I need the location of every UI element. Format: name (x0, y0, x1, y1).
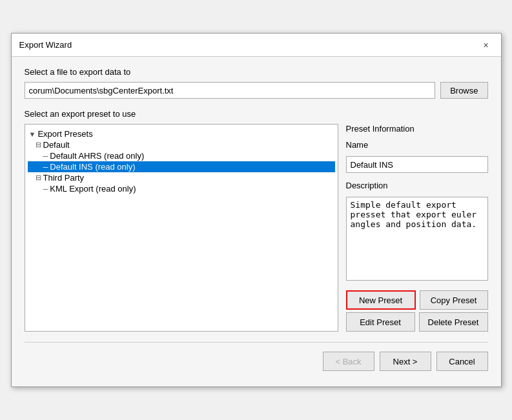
delete-preset-button[interactable]: Delete Preset (419, 312, 488, 332)
back-button[interactable]: < Back (323, 352, 374, 371)
tree-root[interactable]: ▼ Export Presets (28, 128, 335, 139)
description-label: Description (346, 181, 488, 190)
copy-preset-button[interactable]: Copy Preset (420, 290, 488, 310)
close-button[interactable]: × (479, 38, 493, 52)
new-preset-button[interactable]: New Preset (346, 290, 416, 310)
cancel-button[interactable]: Cancel (436, 352, 488, 371)
file-section-label: Select a file to export data to (25, 67, 488, 77)
dash-icon: ─ (43, 152, 48, 160)
preset-section-label: Select an export preset to use (25, 109, 488, 119)
title-bar: Export Wizard × (12, 34, 501, 57)
description-textarea[interactable]: Simple default export presset that expor… (346, 197, 488, 281)
footer-row: < Back Next > Cancel (25, 349, 488, 376)
export-wizard-dialog: Export Wizard × Select a file to export … (11, 33, 502, 387)
next-button[interactable]: Next > (380, 352, 431, 371)
description-wrapper: Simple default export presset that expor… (346, 197, 488, 283)
tree-item-default-ins[interactable]: ─ Default INS (read only) (28, 161, 335, 172)
dialog-title: Export Wizard (19, 40, 72, 50)
tree-item-third-party[interactable]: ⊟ Third Party (28, 172, 335, 183)
tree-item-default-ahrs[interactable]: ─ Default AHRS (read only) (28, 150, 335, 161)
preset-btn-row-1: New Preset Copy Preset (346, 290, 488, 310)
tree-item-label: Default AHRS (read only) (50, 151, 144, 161)
folder-icon: ⊟ (36, 141, 41, 149)
tree-item-label-selected: Default INS (read only) (50, 162, 135, 172)
preset-buttons: New Preset Copy Preset Edit Preset Delet… (346, 290, 488, 332)
edit-preset-button[interactable]: Edit Preset (346, 312, 415, 332)
tree-item-label: Third Party (43, 173, 85, 183)
tree-item-kml[interactable]: ─ KML Export (read only) (28, 183, 335, 194)
expand-icon: ▼ (29, 130, 36, 138)
browse-button[interactable]: Browse (440, 82, 487, 99)
name-label: Name (346, 140, 488, 150)
file-path-input[interactable] (25, 82, 436, 99)
preset-name-input[interactable] (346, 156, 488, 173)
tree-item-default[interactable]: ⊟ Default (28, 139, 335, 150)
dash-icon-2: ─ (43, 185, 48, 193)
tree-panel: ▼ Export Presets ⊟ Default ─ Default AHR… (25, 124, 338, 332)
tree-item-label: Default (43, 140, 70, 150)
content-row: ▼ Export Presets ⊟ Default ─ Default AHR… (25, 124, 488, 332)
file-row: Browse (25, 82, 488, 99)
footer-divider (25, 342, 488, 343)
dialog-body: Select a file to export data to Browse S… (12, 57, 501, 386)
dash-icon-selected: ─ (43, 163, 48, 171)
folder-icon-2: ⊟ (36, 174, 41, 182)
preset-btn-row-2: Edit Preset Delete Preset (346, 312, 488, 332)
tree-root-label: Export Presets (37, 129, 92, 139)
tree-item-label: KML Export (read only) (50, 184, 136, 194)
preset-info-group-label: Preset Information (346, 124, 488, 134)
info-panel: Preset Information Name Description Simp… (346, 124, 488, 332)
